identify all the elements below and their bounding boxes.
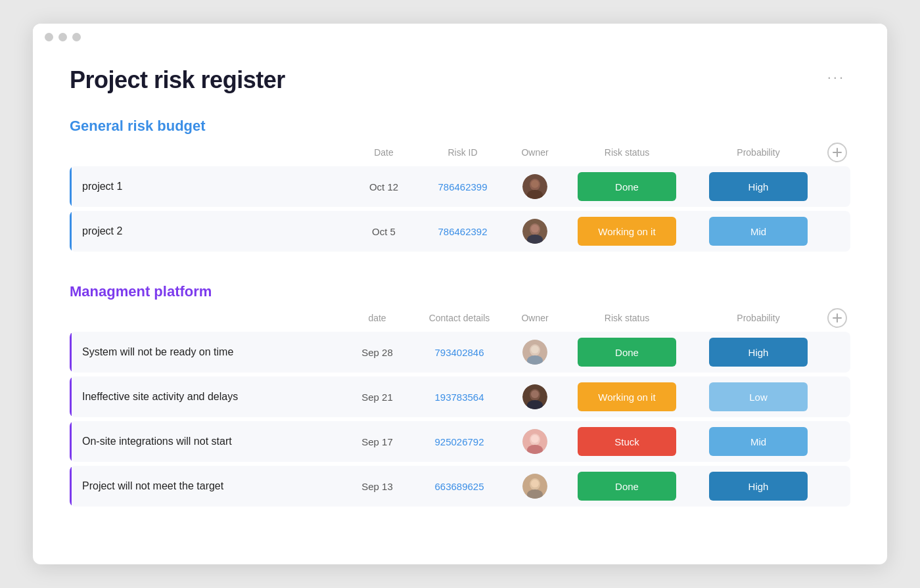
col-header-2: Owner: [509, 147, 561, 158]
section-management: Managment platformdateContact detailsOwn…: [70, 283, 850, 507]
probability-badge: Low: [709, 382, 808, 411]
col-header-0: Date: [351, 147, 417, 158]
row-id-cell[interactable]: 793402846: [410, 347, 509, 358]
table-row[interactable]: project 2Oct 5786462392Working on itMid: [70, 211, 850, 252]
col-header-3: Risk status: [561, 313, 693, 323]
row-name-cell: Project will not meet the target: [70, 466, 344, 507]
svg-point-23: [531, 435, 539, 443]
section-header-general: General risk budget: [70, 118, 850, 135]
probability-badge: High: [709, 338, 808, 367]
row-owner-cell: [509, 474, 561, 499]
sections-container: General risk budgetDateRisk IDOwnerRisk …: [70, 118, 850, 507]
row-status-cell: Working on it: [561, 382, 693, 411]
row-probability-cell: High: [693, 172, 824, 201]
table-row[interactable]: On-site integrations will not startSep 1…: [70, 421, 850, 462]
row-name-cell: project 1: [70, 166, 351, 207]
row-name-cell: On-site integrations will not start: [70, 421, 344, 462]
row-date-cell: Sep 13: [344, 481, 410, 492]
row-id-cell[interactable]: 663689625: [410, 481, 509, 492]
row-date-cell: Oct 12: [351, 181, 417, 192]
row-status-cell: Working on it: [561, 217, 693, 246]
column-headers: DateRisk IDOwnerRisk statusProbability: [70, 143, 850, 166]
add-row-button-general[interactable]: [827, 143, 847, 162]
status-badge: Working on it: [578, 217, 676, 246]
section-title-management: Managment platform: [70, 283, 212, 300]
avatar: [522, 384, 547, 409]
status-badge: Done: [578, 472, 676, 501]
section-general: General risk budgetDateRisk IDOwnerRisk …: [70, 118, 850, 252]
status-badge: Working on it: [578, 382, 676, 411]
table-row[interactable]: Ineffective site activity and delaysSep …: [70, 376, 850, 417]
column-headers: dateContact detailsOwnerRisk statusProba…: [70, 308, 850, 332]
row-status-cell: Done: [561, 338, 693, 367]
titlebar: [33, 24, 887, 48]
col-header-1: Contact details: [410, 313, 509, 323]
row-probability-cell: Low: [693, 382, 824, 411]
svg-point-5: [531, 180, 539, 188]
dot-green: [72, 33, 81, 41]
probability-badge: Mid: [709, 217, 808, 246]
row-name-cell: Ineffective site activity and delays: [70, 376, 344, 417]
row-probability-cell: Mid: [693, 217, 824, 246]
dot-red: [45, 33, 53, 41]
main-content: Project risk register ··· General risk b…: [33, 48, 887, 564]
row-owner-cell: [509, 429, 561, 454]
row-id-cell[interactable]: 786462392: [417, 226, 509, 237]
row-name-cell: project 2: [70, 211, 351, 252]
status-badge: Stuck: [578, 427, 676, 456]
col-header-2: Owner: [509, 313, 561, 323]
row-id-cell[interactable]: 925026792: [410, 436, 509, 447]
row-status-cell: Done: [561, 472, 693, 501]
section-header-management: Managment platform: [70, 283, 850, 300]
status-badge: Done: [578, 338, 676, 367]
col-header-4: Probability: [693, 147, 824, 158]
page-title: Project risk register: [70, 66, 285, 94]
row-probability-cell: Mid: [693, 427, 824, 456]
row-owner-cell: [509, 219, 561, 244]
status-badge: Done: [578, 172, 676, 201]
row-date-cell: Sep 21: [344, 392, 410, 403]
row-probability-cell: High: [693, 472, 824, 501]
row-probability-cell: High: [693, 338, 824, 367]
row-status-cell: Done: [561, 172, 693, 201]
table-row[interactable]: Project will not meet the targetSep 1366…: [70, 466, 850, 507]
svg-point-19: [531, 390, 539, 398]
col-header-0: date: [344, 313, 410, 323]
dot-yellow: [58, 33, 67, 41]
svg-point-9: [531, 225, 539, 233]
probability-badge: Mid: [709, 427, 808, 456]
row-date-cell: Sep 17: [344, 436, 410, 447]
add-row-button-management[interactable]: [827, 308, 847, 328]
col-header-1: Risk ID: [417, 147, 509, 158]
row-owner-cell: [509, 174, 561, 199]
more-options-button[interactable]: ···: [822, 66, 850, 89]
avatar: [522, 219, 547, 244]
probability-badge: High: [709, 472, 808, 501]
section-title-general: General risk budget: [70, 118, 206, 135]
table-row[interactable]: project 1Oct 12786462399DoneHigh: [70, 166, 850, 207]
row-owner-cell: [509, 384, 561, 409]
avatar: [522, 429, 547, 454]
row-owner-cell: [509, 340, 561, 365]
col-header-3: Risk status: [561, 147, 693, 158]
row-id-cell[interactable]: 193783564: [410, 392, 509, 403]
row-id-cell[interactable]: 786462399: [417, 181, 509, 192]
row-name-cell: System will not be ready on time: [70, 332, 344, 373]
avatar: [522, 340, 547, 365]
app-window: Project risk register ··· General risk b…: [33, 24, 887, 564]
avatar: [522, 474, 547, 499]
svg-point-27: [531, 480, 539, 487]
avatar: [522, 174, 547, 199]
table-row[interactable]: System will not be ready on timeSep 2879…: [70, 332, 850, 373]
row-date-cell: Oct 5: [351, 226, 417, 237]
row-date-cell: Sep 28: [344, 347, 410, 358]
page-header: Project risk register ···: [70, 66, 850, 94]
svg-point-15: [531, 346, 539, 353]
probability-badge: High: [709, 172, 808, 201]
col-header-4: Probability: [693, 313, 824, 323]
row-status-cell: Stuck: [561, 427, 693, 456]
